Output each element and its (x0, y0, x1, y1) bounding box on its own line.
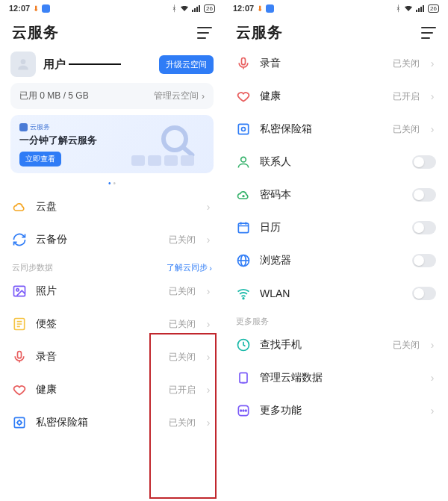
more-icon (236, 403, 251, 418)
page-title: 云服务 (236, 22, 283, 43)
pane-right: 12:07 ⬇ ᚼ 26 云服务 录音 已关闭 › 健康 已开启 › 私密保险箱… (224, 0, 448, 501)
find-icon (236, 337, 251, 352)
mic-icon (236, 56, 251, 71)
browser-icon (236, 253, 251, 268)
chevron-right-icon: › (205, 318, 212, 330)
row-passwords[interactable]: 密码本 (224, 178, 448, 211)
user-card[interactable]: 用户 升级云空间 (10, 52, 214, 77)
username: 用户 (43, 57, 152, 72)
chevron-right-icon: › (429, 123, 436, 135)
status-download-icon: ⬇ (257, 4, 263, 13)
row-manage-cloud-data[interactable]: 管理云端数据 › (224, 361, 448, 394)
row-notes[interactable]: 便签 已关闭 › (0, 308, 224, 340)
upgrade-button[interactable]: 升级云空间 (159, 55, 214, 74)
status-app-icon (42, 4, 50, 13)
svg-point-6 (16, 289, 19, 291)
statusbar: 12:07 ⬇ ᚼ 26 (224, 0, 448, 16)
chevron-right-icon: › (205, 384, 212, 396)
menu-icon[interactable] (197, 27, 212, 39)
svg-rect-16 (238, 124, 248, 134)
heart-icon (12, 382, 27, 397)
row-cloud-disk[interactable]: 云盘 › (0, 190, 224, 223)
row-cloud-backup[interactable]: 云备份 已关闭 › (0, 223, 224, 256)
svg-point-19 (243, 196, 244, 197)
page-indicator: • • (0, 179, 224, 187)
signal-icon (416, 4, 425, 12)
chevron-right-icon: › (429, 339, 436, 351)
chevron-right-icon: › (429, 372, 436, 384)
row-vault[interactable]: 私密保险箱 已关闭 › (0, 406, 224, 439)
storage-bar[interactable]: 已用 0 MB / 5 GB 管理云空间› (10, 83, 214, 109)
svg-point-28 (243, 410, 244, 411)
refresh-icon (12, 232, 27, 247)
promo-art (128, 121, 211, 167)
svg-rect-1 (194, 8, 196, 12)
row-find-phone[interactable]: 查找手机 已关闭 › (224, 329, 448, 361)
promo-cta-button[interactable]: 立即查看 (19, 152, 61, 167)
row-recording[interactable]: 录音 已关闭 › (224, 47, 448, 80)
svg-point-4 (21, 59, 26, 64)
svg-point-23 (243, 298, 244, 299)
calendar-icon (236, 220, 251, 235)
svg-rect-2 (196, 7, 198, 12)
toggle-switch[interactable] (412, 155, 436, 169)
chevron-right-icon: › (205, 417, 212, 429)
mic-icon (12, 349, 27, 364)
vault-icon (236, 122, 251, 137)
chevron-right-icon: › (429, 405, 436, 417)
row-contacts[interactable]: 联系人 (224, 146, 448, 178)
manage-storage-link[interactable]: 管理云空间› (154, 90, 205, 102)
learn-sync-link[interactable]: 了解云同步› (167, 262, 212, 273)
svg-point-17 (242, 128, 246, 131)
storage-usage: 已用 0 MB / 5 GB (19, 90, 89, 102)
bluetooth-icon: ᚼ (396, 4, 401, 13)
cloud-icon (12, 199, 27, 214)
row-health[interactable]: 健康 已开启 › (224, 80, 448, 113)
statusbar: 12:07 ⬇ ᚼ 26 (0, 0, 224, 16)
lock-icon (236, 187, 251, 202)
svg-point-18 (241, 157, 246, 162)
toggle-switch[interactable] (412, 254, 436, 267)
status-time: 12:07 (9, 4, 30, 13)
row-more-features[interactable]: 更多功能 › (224, 394, 448, 427)
wlan-icon (236, 286, 251, 301)
row-recording[interactable]: 录音 已关闭 › (0, 340, 224, 373)
svg-rect-14 (423, 5, 424, 12)
svg-point-27 (240, 410, 242, 411)
svg-point-29 (246, 410, 247, 411)
status-app-icon (266, 4, 274, 13)
toggle-switch[interactable] (412, 287, 436, 300)
svg-rect-20 (238, 223, 248, 233)
chevron-right-icon: › (429, 90, 436, 102)
row-wlan[interactable]: WLAN (224, 277, 448, 310)
wifi-icon (180, 4, 189, 12)
row-browser[interactable]: 浏览器 (224, 244, 448, 277)
row-vault[interactable]: 私密保险箱 已关闭 › (224, 113, 448, 146)
svg-rect-15 (242, 58, 246, 65)
sync-section-header: 云同步数据 了解云同步› (0, 256, 224, 275)
toggle-switch[interactable] (412, 221, 436, 234)
toggle-switch[interactable] (412, 188, 436, 202)
svg-rect-25 (240, 373, 247, 382)
status-time: 12:07 (233, 4, 254, 13)
heart-icon (236, 89, 251, 104)
svg-rect-8 (18, 352, 22, 358)
svg-rect-3 (199, 5, 200, 12)
signal-icon (192, 4, 201, 12)
page-title: 云服务 (12, 22, 59, 43)
pane-left: 12:07 ⬇ ᚼ 26 云服务 用户 升级云空间 已用 0 MB / 5 GB (0, 0, 224, 501)
menu-icon[interactable] (421, 27, 436, 39)
row-health[interactable]: 健康 已开启 › (0, 373, 224, 406)
chevron-right-icon: › (429, 57, 436, 69)
chevron-right-icon: › (205, 234, 212, 246)
svg-rect-12 (418, 8, 420, 12)
chevron-right-icon: › (205, 351, 212, 363)
row-calendar[interactable]: 日历 (224, 211, 448, 244)
svg-rect-0 (192, 10, 193, 12)
svg-rect-11 (416, 10, 417, 12)
svg-rect-9 (14, 417, 24, 427)
promo-card[interactable]: 云服务 一分钟了解云服务 立即查看 (10, 115, 214, 173)
row-photos[interactable]: 照片 已关闭 › (0, 275, 224, 308)
vault-icon (12, 415, 27, 430)
page-header: 云服务 (0, 16, 224, 47)
